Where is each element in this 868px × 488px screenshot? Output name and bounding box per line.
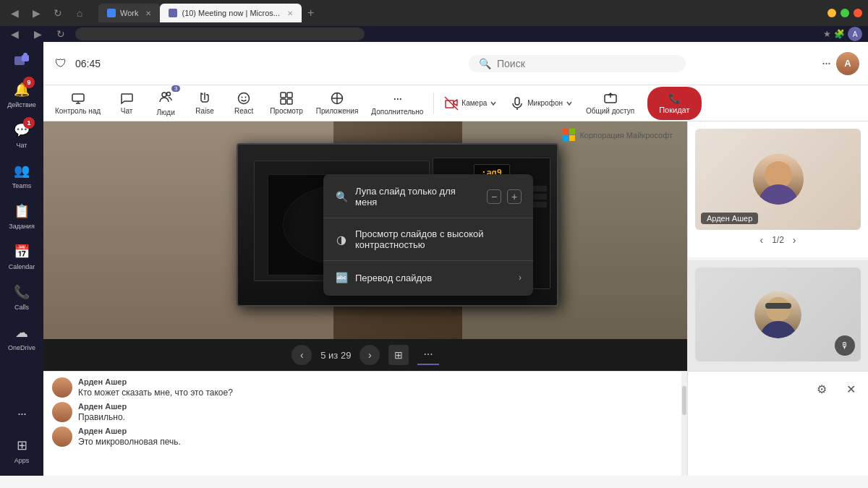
onedrive-icon-wrap: ☁: [12, 322, 32, 343]
shield-icon: 🛡: [55, 57, 67, 70]
leave-button[interactable]: 📞 Покидат: [647, 87, 701, 120]
tab-close-meeting[interactable]: ✕: [287, 9, 293, 17]
chat-content-1: Арден Ашер Кто может сказать мне, что эт…: [78, 377, 673, 398]
participant-page: 1/2: [772, 235, 784, 245]
minimize-button[interactable]: [827, 9, 836, 17]
participant-avatar-1: [753, 154, 804, 205]
view-icon: [279, 91, 294, 106]
avatar2-head: [766, 297, 791, 322]
chat-text-3: Это микроволновая печь.: [78, 437, 673, 447]
camera-button[interactable]: Камера: [438, 92, 503, 115]
page-next-button[interactable]: ›: [793, 234, 796, 246]
sidebar-item-activity[interactable]: 🔔 9 Действие: [0, 74, 43, 114]
chat-scrollbar-thumb[interactable]: [682, 386, 686, 415]
right-panel: Арден Ашер ‹ 1/2 ›: [687, 121, 868, 371]
ms-watermark: Корпорация Майкрософт: [563, 129, 673, 141]
apps-toolbar-button[interactable]: Приложения: [310, 87, 365, 119]
mic-button[interactable]: Микрофон: [504, 92, 579, 115]
zoom-plus-button[interactable]: +: [507, 189, 522, 204]
svg-rect-11: [281, 93, 286, 98]
extension-icon[interactable]: 🧩: [834, 29, 845, 39]
chat-btn-icon: [119, 91, 134, 106]
chat-right-panel: ⚙ ✕: [687, 372, 868, 476]
control-button[interactable]: Контроль над: [49, 87, 106, 119]
camera-icon: [444, 96, 459, 111]
user-avatar[interactable]: A: [836, 52, 859, 75]
close-icon: ✕: [846, 382, 856, 396]
addr-back[interactable]: ◀: [6, 25, 23, 43]
sidebar-bottom: ··· ⊞ Apps: [0, 398, 43, 476]
sidebar-item-calendar[interactable]: 📅 Calendar: [0, 236, 43, 276]
chat-scrollbar[interactable]: [681, 372, 687, 476]
zoom-menu-item[interactable]: 🔍 Лупа слайд только для меня − +: [323, 179, 533, 215]
meeting-top-bar: 🛡 06:45 🔍 ··· A: [43, 42, 868, 85]
teams-logo[interactable]: [0, 45, 43, 74]
view-button[interactable]: Просмотр: [264, 87, 309, 119]
more-toolbar-button[interactable]: ··· Дополнительно: [365, 87, 429, 120]
sidebar-item-chat[interactable]: 💬 1 Чат: [0, 114, 43, 155]
meeting-toolbar: Контроль над Чат 3 Люди: [43, 85, 868, 121]
header-more-icon[interactable]: ···: [822, 56, 830, 71]
calendar-icon: 📅: [14, 244, 30, 260]
url-bar[interactable]: https://teams.microsoft.com/v2/?meetingj…: [75, 27, 365, 40]
more-icon-wrap: ···: [12, 403, 32, 424]
control-icon: [71, 91, 85, 106]
ms-sq-green: [569, 129, 575, 134]
chat-avatar-inner-3: [52, 427, 72, 447]
tab-close-work[interactable]: ✕: [145, 9, 151, 17]
share-button[interactable]: Общий доступ: [580, 87, 640, 119]
maximize-button[interactable]: [841, 9, 849, 17]
raise-button[interactable]: Raise: [186, 87, 224, 119]
refresh-button[interactable]: ↻: [49, 4, 67, 22]
chat-button[interactable]: Чат: [108, 87, 145, 119]
addr-refresh[interactable]: ↻: [52, 25, 69, 43]
contrast-menu-item[interactable]: ◑ Просмотр слайдов с высокой контрастнос…: [323, 221, 533, 257]
slide-grid-button[interactable]: ⊞: [388, 345, 409, 365]
share-icon: [603, 91, 618, 106]
slide-more-button[interactable]: ···: [417, 345, 438, 365]
participant-video-2: 🎙: [695, 267, 861, 361]
zoom-minus-button[interactable]: −: [487, 189, 501, 204]
chat-close-button[interactable]: ✕: [839, 377, 862, 401]
back-button[interactable]: ◀: [6, 4, 23, 22]
sidebar-item-more[interactable]: ···: [0, 398, 43, 429]
profile-icon[interactable]: A: [848, 27, 862, 41]
apps-toolbar-icon: [330, 91, 344, 106]
tab-work[interactable]: Work ✕: [98, 4, 160, 22]
chat-avatar-inner-1: [52, 377, 72, 398]
search-input[interactable]: [497, 58, 642, 69]
svg-rect-12: [287, 93, 292, 98]
home-button[interactable]: ⌂: [71, 4, 88, 22]
page-prev-button[interactable]: ‹: [760, 234, 763, 246]
react-button[interactable]: React: [225, 87, 263, 119]
sidebar-item-onedrive[interactable]: ☁ OneDrive: [0, 317, 43, 357]
sidebar-item-tasks[interactable]: 📋 Задания: [0, 195, 43, 236]
close-window-button[interactable]: [854, 9, 862, 17]
search-input-wrap[interactable]: 🔍: [469, 55, 686, 72]
sidebar-item-calls[interactable]: 📞 Calls: [0, 276, 43, 317]
people-button[interactable]: 3 Люди: [147, 85, 184, 121]
chat-settings-button[interactable]: ⚙: [810, 377, 833, 401]
zoom-label: Лупа слайд только для меня: [355, 186, 480, 207]
camera-label: Камера: [461, 99, 487, 107]
ms-sq-blue: [563, 135, 569, 141]
svg-point-9: [242, 97, 243, 98]
participant-video-1: Арден Ашер: [695, 129, 861, 230]
new-tab-button[interactable]: +: [302, 4, 320, 22]
slide-prev-button[interactable]: ‹: [292, 345, 312, 365]
translate-menu-item[interactable]: 🔤 Перевод слайдов ›: [323, 264, 533, 291]
svg-point-8: [239, 93, 250, 104]
slide-image: :aq9: [43, 121, 687, 339]
sidebar: 🔔 9 Действие 💬 1 Чат 👥 Teams 📋 Задания: [0, 42, 43, 476]
zoom-icon: 🔍: [335, 190, 348, 203]
tab-meeting[interactable]: (10) Meeting now | Micros... ✕: [160, 4, 302, 22]
translate-arrow-icon: ›: [519, 273, 522, 283]
slide-next-button[interactable]: ›: [359, 345, 380, 365]
sidebar-item-teams[interactable]: 👥 Teams: [0, 155, 43, 195]
forward-button[interactable]: ▶: [27, 4, 45, 22]
bookmark-icon[interactable]: ★: [823, 29, 831, 39]
sidebar-item-apps[interactable]: ⊞ Apps: [0, 429, 43, 470]
chat-icon-wrap: 💬 1: [12, 120, 32, 140]
addr-forward[interactable]: ▶: [29, 25, 46, 43]
control-label: Контроль над: [55, 107, 101, 115]
